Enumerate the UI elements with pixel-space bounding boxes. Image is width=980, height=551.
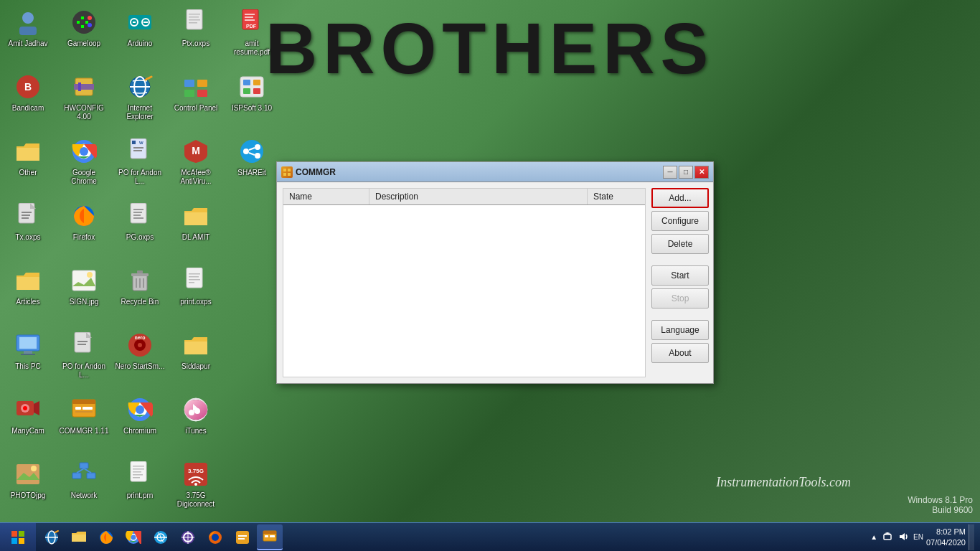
icon-amit-jadhav[interactable]: Amit Jadhav bbox=[0, 4, 56, 68]
maximize-button[interactable]: □ bbox=[679, 166, 693, 179]
taskbar-firefox2-icon[interactable] bbox=[202, 524, 228, 550]
svg-rect-40 bbox=[83, 407, 93, 410]
stop-button[interactable]: Stop bbox=[651, 288, 709, 309]
this-pc-label: This PC bbox=[15, 362, 41, 371]
svg-rect-93 bbox=[197, 80, 207, 87]
taskbar-chrome-icon[interactable] bbox=[121, 524, 146, 550]
svg-text:PDF: PDF bbox=[246, 24, 257, 29]
tray-arrow[interactable]: ▲ bbox=[870, 533, 877, 541]
icon-itunes[interactable]: iTunes bbox=[168, 391, 224, 456]
tray-volume-icon[interactable] bbox=[897, 531, 909, 544]
svg-rect-20 bbox=[81, 25, 84, 28]
ptx-oxps-label: Ptx.oxps bbox=[182, 39, 209, 48]
icon-commgr[interactable]: COMMGR 1.11 bbox=[56, 391, 112, 456]
icon-recycle-bin[interactable]: Recycle Bin bbox=[112, 262, 168, 326]
other-label: Other bbox=[19, 169, 37, 177]
window-title: COMMGR bbox=[296, 167, 336, 177]
taskbar-browser3-icon[interactable] bbox=[175, 524, 201, 550]
icon-print-oxps[interactable]: print.oxps bbox=[168, 262, 224, 326]
col-desc-header: Description bbox=[369, 189, 588, 204]
svg-rect-151 bbox=[238, 535, 247, 537]
ie-label: Internet Explorer bbox=[115, 104, 165, 121]
svg-point-17 bbox=[31, 466, 37, 471]
system-clock[interactable]: 8:02 PM 07/04/2020 bbox=[926, 527, 966, 547]
po-andon1-icon bbox=[70, 331, 98, 359]
icon-bandicam[interactable]: B Bandicam bbox=[0, 68, 56, 133]
show-desktop-button[interactable] bbox=[969, 524, 974, 550]
taskbar-ie-icon[interactable] bbox=[39, 524, 65, 550]
icon-nero[interactable]: nero Nero StartSm... bbox=[112, 326, 168, 391]
icon-arduino[interactable]: Arduino bbox=[112, 4, 168, 68]
icon-this-pc[interactable]: This PC bbox=[0, 326, 56, 391]
minimize-button[interactable]: ─ bbox=[663, 166, 677, 179]
icon-print-prn[interactable]: print.prn bbox=[112, 456, 168, 520]
button-panel: Add... Configure Delete Start Stop Langu… bbox=[649, 182, 713, 383]
icon-po-andon1[interactable]: PO for Andon L... bbox=[56, 326, 112, 391]
mcafee-label: McAfee® AntiViru... bbox=[171, 169, 221, 186]
icon-po-andon2[interactable]: W PO for Andon L... bbox=[112, 133, 168, 197]
bandicam-icon: B bbox=[14, 72, 42, 101]
icon-chromium[interactable]: Chromium bbox=[112, 391, 168, 456]
svg-point-76 bbox=[138, 343, 142, 347]
icon-digiconnect[interactable]: 3.75G 3.75G Digiconnect bbox=[168, 456, 224, 520]
svg-rect-97 bbox=[187, 268, 202, 288]
taskbar-browser1-icon[interactable] bbox=[93, 524, 119, 550]
recycle-bin-label: Recycle Bin bbox=[121, 298, 159, 306]
icon-firefox[interactable]: Firefox bbox=[56, 197, 112, 262]
clock-time: 8:02 PM bbox=[926, 527, 966, 537]
svg-rect-26 bbox=[74, 84, 94, 90]
icon-manycam[interactable]: ManyCam bbox=[0, 391, 56, 456]
icon-siddapur[interactable]: Siddapur bbox=[168, 326, 224, 391]
taskbar-explorer-icon[interactable] bbox=[66, 524, 92, 550]
firefox-icon bbox=[70, 202, 98, 230]
clock-date: 07/04/2020 bbox=[926, 537, 966, 547]
svg-rect-155 bbox=[265, 535, 268, 537]
icon-ptx-oxps[interactable]: Ptx.oxps bbox=[168, 4, 224, 68]
icon-control-panel[interactable]: Control Panel bbox=[168, 68, 224, 133]
icon-google-chrome[interactable]: Google Chrome bbox=[56, 133, 112, 197]
svg-text:W: W bbox=[139, 141, 143, 145]
po-andon1-label: PO for Andon L... bbox=[59, 362, 109, 380]
icon-gameloop[interactable]: Gameloop bbox=[56, 4, 112, 68]
add-button[interactable]: Add... bbox=[651, 188, 709, 208]
svg-rect-133 bbox=[19, 538, 24, 544]
svg-text:3.75G: 3.75G bbox=[188, 468, 204, 474]
taskbar-app1-icon[interactable] bbox=[230, 524, 255, 550]
svg-rect-27 bbox=[78, 83, 81, 91]
col-name-header: Name bbox=[283, 189, 369, 204]
start-button[interactable]: Start bbox=[651, 265, 709, 286]
icon-other[interactable]: Other bbox=[0, 133, 56, 197]
icon-tx-oxps[interactable]: Tx.oxps bbox=[0, 197, 56, 262]
svg-text:B: B bbox=[24, 81, 32, 93]
svg-rect-94 bbox=[184, 90, 194, 97]
icon-network[interactable]: Network bbox=[56, 456, 112, 520]
language-button[interactable]: Language bbox=[651, 320, 709, 340]
icon-shareit[interactable]: SHAREit bbox=[224, 133, 280, 197]
icon-photo-jpg[interactable]: PHOTOjpg bbox=[0, 456, 56, 520]
icon-ispsoft[interactable]: ISPSoft 3.10 bbox=[224, 68, 280, 133]
taskbar-browser2-icon[interactable] bbox=[148, 524, 174, 550]
start-button[interactable] bbox=[0, 523, 36, 552]
icon-articles[interactable]: Articles bbox=[0, 262, 56, 326]
hwconfig-label: HWCONFIG 4.00 bbox=[59, 104, 109, 121]
tray-keyboard-icon[interactable]: EN bbox=[913, 533, 923, 541]
icon-ie[interactable]: Internet Explorer bbox=[112, 68, 168, 133]
configure-button[interactable]: Configure bbox=[651, 211, 709, 231]
icon-dl-amit[interactable]: DL AMIT bbox=[168, 197, 224, 262]
icon-hwconfig[interactable]: HWCONFIG 4.00 bbox=[56, 68, 112, 133]
icon-sign-jpg[interactable]: SIGN.jpg bbox=[56, 262, 112, 326]
svg-point-33 bbox=[87, 272, 93, 278]
icon-mcafee[interactable]: M McAfee® AntiViru... bbox=[168, 133, 224, 197]
manycam-icon bbox=[14, 395, 42, 424]
articles-folder-icon bbox=[14, 266, 42, 295]
about-button[interactable]: About bbox=[651, 343, 709, 363]
icon-pg-oxps[interactable]: PG.oxps bbox=[112, 197, 168, 262]
tray-network-icon[interactable] bbox=[882, 531, 893, 544]
manycam-label: ManyCam bbox=[11, 427, 44, 435]
delete-button[interactable]: Delete bbox=[651, 234, 709, 254]
window-titlebar[interactable]: COMMGR ─ □ ✕ bbox=[277, 162, 713, 182]
icon-resume[interactable]: PDF amit resume.pdf bbox=[224, 4, 280, 68]
svg-rect-38 bbox=[72, 400, 95, 404]
close-button[interactable]: ✕ bbox=[694, 166, 709, 179]
taskbar-commgr-icon[interactable] bbox=[257, 524, 283, 550]
